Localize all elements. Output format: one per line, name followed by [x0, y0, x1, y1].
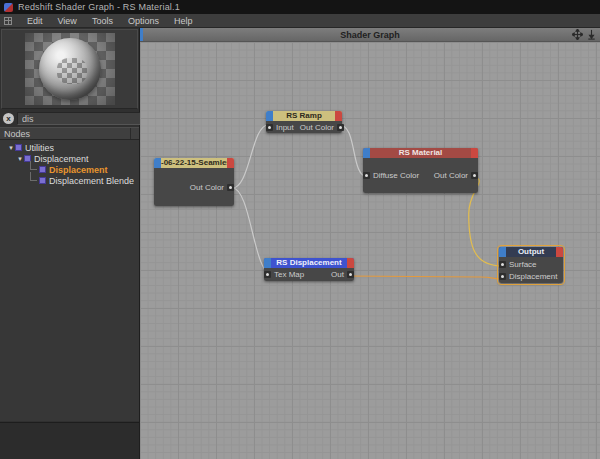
- node-corner-blue: [264, 258, 271, 268]
- pan-move-icon[interactable]: [572, 29, 583, 40]
- port-input[interactable]: [266, 124, 273, 131]
- node-corner-red: [556, 247, 563, 257]
- menu-help[interactable]: Help: [174, 16, 193, 26]
- wire-displacement-to-output[interactable]: [345, 276, 502, 279]
- port-diffuse-color[interactable]: [363, 172, 370, 179]
- tree-item-utilities[interactable]: ▾ Utilities: [0, 142, 139, 153]
- shader-graph-panel: Shader Graph: [140, 28, 600, 459]
- port-out-color[interactable]: [471, 172, 478, 179]
- nodes-panel-header[interactable]: Nodes: [0, 127, 139, 140]
- node-icon: [39, 177, 46, 184]
- node-corner-red: [471, 148, 478, 158]
- tree-item-displacement-blender[interactable]: Displacement Blende: [0, 175, 139, 186]
- clear-search-icon[interactable]: x: [3, 113, 14, 124]
- tree-connector-line: [30, 161, 37, 170]
- material-preview-image[interactable]: [25, 33, 115, 105]
- sidebar: x Nodes ▾ Utilities ▾ Displacement Displ…: [0, 28, 140, 459]
- nodes-tree: ▾ Utilities ▾ Displacement Displacement …: [0, 140, 139, 421]
- menu-view[interactable]: View: [58, 16, 77, 26]
- port-out[interactable]: [347, 271, 354, 278]
- node-rs-displacement[interactable]: RS Displacement Tex Map Out: [264, 258, 354, 281]
- port-out-color[interactable]: [337, 124, 344, 131]
- port-surface[interactable]: [499, 261, 506, 268]
- menu-options[interactable]: Options: [128, 16, 159, 26]
- port-tex-map[interactable]: [264, 271, 271, 278]
- window-title: Redshift Shader Graph - RS Material.1: [18, 2, 180, 12]
- menu-edit[interactable]: Edit: [27, 16, 43, 26]
- node-corner-blue: [499, 247, 506, 257]
- expand-arrow-icon[interactable]: ▾: [16, 153, 24, 164]
- tree-item-displacement-group[interactable]: ▾ Displacement: [0, 153, 139, 164]
- node-corner-red: [227, 158, 234, 168]
- node-search-row: x: [0, 110, 139, 127]
- node-rs-material[interactable]: RS Material Diffuse Color Out Color: [363, 148, 478, 193]
- material-preview-panel: [1, 29, 138, 109]
- shader-graph-title: Shader Graph: [140, 30, 600, 40]
- app-logo-icon: [4, 3, 13, 12]
- nodes-panel-title: Nodes: [0, 129, 130, 139]
- node-corner-blue: [154, 158, 161, 168]
- search-input[interactable]: [17, 112, 144, 125]
- node-corner-red: [335, 111, 342, 121]
- expand-arrow-icon[interactable]: ▾: [7, 142, 15, 153]
- node-output[interactable]: Output Surface Displacement: [499, 247, 563, 283]
- tree-item-displacement[interactable]: Displacement: [0, 164, 139, 175]
- node-category-icon: [15, 144, 22, 151]
- tree-connector-line: [30, 172, 37, 181]
- node-icon: [39, 166, 46, 173]
- menubar: Edit View Tools Options Help: [0, 14, 600, 28]
- node-seamless-texture[interactable]: -06-22-15-Seamless Out Color: [154, 158, 234, 206]
- sidebar-bottom-panel: [0, 422, 139, 459]
- window-titlebar: Redshift Shader Graph - RS Material.1: [0, 0, 600, 14]
- node-corner-blue: [363, 148, 370, 158]
- preview-sphere: [39, 38, 101, 100]
- column-divider: [130, 128, 139, 139]
- port-out-color[interactable]: [227, 184, 234, 191]
- wire-seamless-to-ramp[interactable]: [232, 125, 268, 188]
- shader-graph-header[interactable]: Shader Graph: [140, 28, 600, 42]
- node-rs-ramp[interactable]: RS Ramp Input Out Color: [266, 111, 342, 133]
- node-corner-red: [347, 258, 354, 268]
- node-graph-canvas[interactable]: -06-22-15-Seamless Out Color RS Ramp: [140, 42, 600, 459]
- dock-arrow-icon[interactable]: [586, 29, 597, 40]
- menu-tools[interactable]: Tools: [92, 16, 113, 26]
- panel-grid-icon[interactable]: [4, 17, 12, 25]
- port-displacement[interactable]: [499, 273, 506, 280]
- node-corner-blue: [266, 111, 273, 121]
